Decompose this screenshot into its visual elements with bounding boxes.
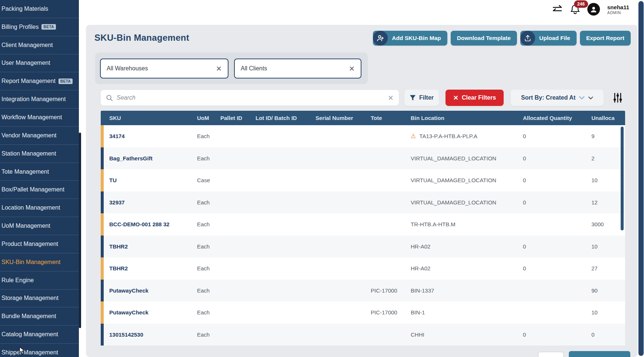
- upload-file-button[interactable]: Upload File: [520, 31, 577, 46]
- funnel-icon: [410, 95, 416, 101]
- chevron-down-icon[interactable]: [588, 96, 593, 100]
- sidebar-item-label: Billing Profiles: [1, 24, 39, 30]
- export-report-button[interactable]: Export Report: [580, 31, 631, 46]
- mouse-cursor: [19, 347, 26, 356]
- sidebar-item-storage-management[interactable]: Storage Management: [0, 290, 79, 308]
- row-status-strip: [101, 213, 104, 236]
- cell-unallocated-quantity: 12: [591, 199, 625, 206]
- sidebar-item-label: Packing Materials: [1, 6, 48, 12]
- search-clear-icon[interactable]: ✕: [388, 94, 394, 102]
- cell-sku: BCC-DEMO-001 288 32: [104, 221, 170, 227]
- warehouse-select[interactable]: All Warehouses ✕: [100, 59, 228, 79]
- add-sku-bin-map-label: Add SKU-Bin Map: [392, 35, 441, 41]
- cell-allocated-quantity: 0: [523, 199, 591, 206]
- table-row[interactable]: BCC-DEMO-001 288 32 Each ⚠TR-HTB.A-HTB.M…: [101, 213, 625, 236]
- sidebar-item-report-management[interactable]: Report Management BETA: [0, 72, 79, 90]
- sidebar-item-sku-bin-management[interactable]: SKU-Bin Management: [0, 253, 79, 271]
- sidebar-item-label: Integration Management: [1, 96, 66, 103]
- client-select-value: All Clients: [241, 65, 267, 72]
- sidebar-item-box-pallet-management[interactable]: Box/Pallet Management: [0, 181, 79, 199]
- cell-allocated-quantity: 0: [523, 133, 591, 139]
- cell-sku: 34174: [104, 133, 125, 139]
- cell-unallocated-quantity: 0: [591, 331, 625, 338]
- sidebar-item-label: Report Management: [1, 78, 56, 84]
- table-row[interactable]: 32937 Each ⚠VIRTUAL_DAMAGED_LOCATION 0 1…: [101, 191, 625, 214]
- sidebar-item-shipper-management[interactable]: Shipper Management: [0, 344, 79, 357]
- column-header-unalloca[interactable]: Unalloca: [591, 115, 625, 121]
- column-header-tote[interactable]: Tote: [371, 115, 411, 121]
- sidebar-item-packing-materials[interactable]: Packing Materials: [0, 0, 79, 18]
- download-template-button[interactable]: Download Template: [451, 31, 517, 46]
- sidebar-item-label: Catalog Management: [1, 331, 58, 338]
- sidebar-item-bundle-management[interactable]: Bundle Management: [0, 307, 79, 326]
- table-row[interactable]: TBHR2 Each ⚠HR-A02 0 10: [101, 236, 625, 258]
- sidebar-item-integration-management[interactable]: Integration Management: [0, 90, 79, 109]
- sidebar-item-billing-profiles[interactable]: Billing Profiles BETA: [0, 18, 79, 36]
- cell-tote: PIC-17000: [371, 287, 411, 294]
- pagination-button-partial[interactable]: [569, 351, 630, 357]
- add-sku-bin-map-button[interactable]: Add SKU-Bin Map: [373, 31, 447, 46]
- table-row[interactable]: PutawayCheck Each PIC-17000 ⚠BIN-1337 90: [101, 280, 625, 302]
- cell-allocated-quantity: 0: [523, 265, 591, 271]
- clear-filters-button[interactable]: ✕ Clear Filters: [446, 90, 504, 106]
- column-header-serial-number[interactable]: Serial Number: [316, 115, 371, 121]
- cell-sku: Bag_FathersGift: [104, 155, 153, 161]
- sidebar-item-label: Shipper Management: [1, 349, 58, 356]
- cell-uom: Each: [197, 287, 220, 294]
- sidebar-scrollbar-thumb[interactable]: [79, 133, 81, 328]
- column-header-bin-location[interactable]: Bin Location: [411, 115, 523, 121]
- warehouse-clear-icon[interactable]: ✕: [216, 64, 222, 73]
- sidebar-item-label: Storage Management: [1, 295, 59, 301]
- sidebar-item-vendor-management[interactable]: Vendor Management: [0, 127, 79, 145]
- table-row[interactable]: PutawayCheck Each PIC-17000 ⚠BIN-1 10: [101, 301, 625, 324]
- search-input[interactable]: Search ✕: [101, 90, 399, 106]
- row-status-strip: [101, 236, 104, 258]
- column-header-allocated-quantity[interactable]: Allocated Quantity: [523, 115, 591, 121]
- client-clear-icon[interactable]: ✕: [349, 64, 355, 73]
- sidebar-item-client-management[interactable]: Client Management: [0, 36, 79, 54]
- sidebar-item-uom-management[interactable]: UoM Management: [0, 217, 79, 235]
- sidebar-item-workflow-management[interactable]: Workflow Management: [0, 109, 79, 127]
- table-row[interactable]: TBHR2 Each ⚠HR-A02 0 27: [101, 257, 625, 280]
- sidebar-item-tote-management[interactable]: Tote Management: [0, 163, 79, 181]
- column-header-uom[interactable]: UoM: [197, 115, 220, 121]
- sidebar-item-label: Location Management: [1, 204, 60, 211]
- cell-bin-location: ⚠BIN-1337: [411, 287, 523, 294]
- sort-by-dropdown[interactable]: Sort By: Created At: [511, 90, 604, 106]
- sidebar-item-rule-engine[interactable]: Rule Engine: [0, 271, 79, 290]
- table-row[interactable]: Bag_FathersGift Each ⚠VIRTUAL_DAMAGED_LO…: [101, 147, 625, 170]
- cell-unallocated-quantity: 2: [591, 155, 625, 161]
- sidebar-item-product-management[interactable]: Product Management: [0, 235, 79, 253]
- table-scrollbar-thumb[interactable]: [621, 127, 624, 230]
- row-status-strip: [101, 280, 104, 302]
- cell-sku: PutawayCheck: [104, 287, 149, 294]
- table-row[interactable]: 34174 Each ⚠TA13-P.A-HTB.A-PLP.A 0 9: [101, 125, 625, 147]
- sidebar-item-user-management[interactable]: User Management: [0, 54, 79, 73]
- sidebar-item-catalog-management[interactable]: Catalog Management: [0, 326, 79, 344]
- client-select[interactable]: All Clients ✕: [234, 59, 361, 79]
- search-icon: [106, 94, 113, 101]
- column-header-sku[interactable]: SKU: [101, 115, 197, 121]
- notification-bell-icon[interactable]: 246: [570, 4, 580, 15]
- cell-uom: Each: [197, 155, 220, 161]
- user-role-text: ADMIN: [607, 10, 629, 15]
- sidebar-item-station-management[interactable]: Station Management: [0, 145, 79, 163]
- chevron-down-icon-blue[interactable]: [579, 96, 585, 100]
- column-header-lot-id-batch-id[interactable]: Lot ID/ Batch ID: [256, 115, 316, 121]
- sidebar-item-location-management[interactable]: Location Management: [0, 199, 79, 217]
- pagination-control-partial[interactable]: [538, 352, 564, 357]
- column-header-pallet-id[interactable]: Pallet ID: [220, 115, 256, 121]
- column-settings-icon[interactable]: [611, 91, 624, 104]
- table-row[interactable]: TU Case ⚠VIRTUAL_DAMAGED_LOCATION 0 10: [101, 169, 625, 191]
- sidebar-item-label: Client Management: [1, 42, 53, 49]
- swap-arrows-icon[interactable]: [552, 4, 563, 14]
- table-row[interactable]: 13015142530 Each ⚠CHHI 0 0: [101, 324, 625, 346]
- cell-unallocated-quantity: 9: [591, 133, 625, 139]
- cell-bin-location: ⚠HR-A02: [411, 265, 523, 271]
- avatar[interactable]: [587, 3, 600, 16]
- filter-button[interactable]: Filter: [404, 90, 439, 106]
- cell-sku: TBHR2: [104, 265, 128, 271]
- row-status-strip: [101, 191, 104, 214]
- page-scrollbar-thumb[interactable]: [638, 1, 644, 356]
- cell-allocated-quantity: 0: [523, 177, 591, 183]
